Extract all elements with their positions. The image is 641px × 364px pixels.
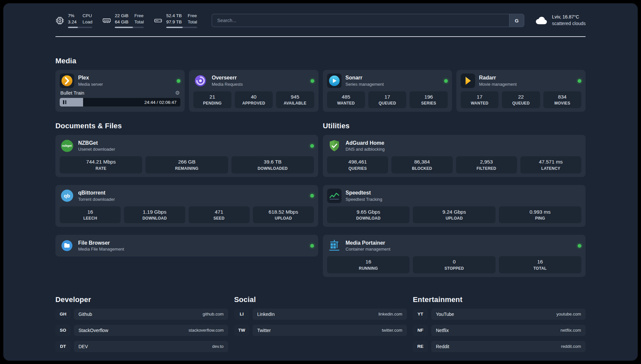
- app-card-adguard[interactable]: AdGuard Home DNS and adblocking 498,461 …: [323, 135, 586, 177]
- stat-tile: 0.993 ms PING: [499, 206, 581, 223]
- cpu-usage-value: 7%: [68, 13, 76, 19]
- app-desc: Usenet downloader: [78, 146, 115, 152]
- status-online-dot: [310, 244, 314, 248]
- cpu-usage-label: CPU: [82, 13, 92, 19]
- stat-label: AVAILABLE: [278, 101, 312, 106]
- stat-value: 22: [504, 94, 538, 100]
- stat-label: APPROVED: [237, 101, 271, 106]
- status-online-dot: [311, 79, 314, 83]
- stat-value: 945: [278, 94, 312, 100]
- ram-free-label: Free: [135, 13, 144, 19]
- stat-label: QUEUED: [370, 101, 404, 106]
- filebrowser-icon: [60, 238, 74, 253]
- bookmark-name: YouTube: [436, 312, 454, 317]
- status-online-dot: [177, 79, 180, 83]
- bookmark-pill[interactable]: Github github.com: [74, 309, 228, 320]
- stat-label: TOTAL: [501, 266, 579, 271]
- app-name: Plex: [78, 74, 103, 81]
- bookmark-pill[interactable]: Twitter twitter.com: [253, 325, 407, 336]
- stat-tile: 945 AVAILABLE: [276, 91, 314, 108]
- dashboard-app: 7% 3.24 CPU Load: [3, 3, 638, 361]
- stat-value: 498,461: [329, 159, 386, 165]
- plex-icon: [60, 74, 74, 88]
- weather-condition: scattered clouds: [552, 20, 586, 27]
- app-desc: Media File Management: [78, 246, 124, 252]
- app-name: File Browser: [78, 239, 124, 247]
- stat-tile: 834 MOVIES: [543, 91, 581, 108]
- bookmark-dev[interactable]: DT DEV dev.to: [55, 341, 228, 352]
- app-card-radarr[interactable]: Radarr Movie management 17 WANTED 22 QUE…: [456, 70, 586, 112]
- bookmark-name: StackOverflow: [78, 328, 108, 333]
- section-title-developer: Developer: [55, 295, 228, 304]
- bookmark-abbr-badge: GH: [55, 309, 71, 320]
- bookmark-pill[interactable]: Netflix netflix.com: [431, 325, 586, 336]
- app-desc: Series management: [346, 81, 384, 87]
- stat-label: STOPPED: [415, 266, 493, 271]
- overseerr-icon: [193, 74, 208, 88]
- playback-progress-bar[interactable]: 24:44 / 02:06:47: [60, 98, 180, 106]
- bookmark-github[interactable]: GH Github github.com: [55, 309, 228, 320]
- bookmark-pill[interactable]: DEV dev.to: [74, 341, 228, 352]
- bookmark-netflix[interactable]: NF Netflix netflix.com: [413, 325, 586, 336]
- top-bar: 7% 3.24 CPU Load: [55, 12, 586, 29]
- stat-value: 0: [415, 258, 493, 265]
- stat-label: LEECH: [62, 216, 119, 221]
- ram-stat-group: 22 GiB 64 GiB Free Total: [102, 13, 144, 28]
- app-card-sonarr[interactable]: Sonarr Series management 485 WANTED 17 Q…: [323, 70, 452, 112]
- app-card-qbittorrent[interactable]: qb qBittorrent Torrent downloader 16 LEE…: [55, 185, 318, 227]
- stat-label: BLOCKED: [393, 166, 450, 171]
- bookmark-group-entertainment: Entertainment YT YouTube youtube.com NF …: [413, 295, 586, 357]
- bookmark-youtube[interactable]: YT YouTube youtube.com: [413, 309, 586, 320]
- bookmark-url: youtube.com: [557, 312, 581, 317]
- pause-icon[interactable]: [63, 100, 66, 104]
- cpu-usage-bar-fill: [68, 27, 78, 28]
- stat-value: 9.65 Gbps: [329, 209, 408, 215]
- stat-tile: 47.571 ms LATENCY: [520, 156, 581, 173]
- app-card-nzbget[interactable]: nzbget NZBGet Usenet downloader 744.21 M…: [55, 135, 318, 177]
- bookmark-name: LinkedIn: [257, 312, 275, 317]
- bookmark-linkedin[interactable]: LI LinkedIn linkedin.com: [234, 309, 407, 320]
- stat-tile: 17 WANTED: [461, 91, 499, 108]
- weather-widget[interactable]: Lviv, 16.87°C scattered clouds: [534, 14, 586, 27]
- disk-free-label: Free: [188, 13, 197, 19]
- app-card-plex[interactable]: Plex Media server Bullet Train ⚙: [55, 70, 185, 112]
- bookmark-stackoverflow[interactable]: SO StackOverflow stackoverflow.com: [55, 325, 228, 336]
- bookmark-url: github.com: [202, 312, 224, 317]
- bookmark-pill[interactable]: StackOverflow stackoverflow.com: [74, 325, 228, 336]
- app-card-portainer[interactable]: Media Portainer Container management 16 …: [323, 235, 586, 277]
- app-card-filebrowser[interactable]: File Browser Media File Management: [55, 235, 318, 257]
- stat-label: PING: [501, 216, 579, 221]
- stat-label: UPLOAD: [415, 216, 493, 221]
- bookmark-abbr-badge: LI: [234, 309, 249, 320]
- ram-total-value: 64 GiB: [115, 19, 128, 25]
- stat-value: 16: [501, 258, 579, 265]
- stat-tile: 0 STOPPED: [413, 256, 495, 273]
- disk-free-value: 52.4 TB: [166, 13, 182, 19]
- radarr-icon: [461, 74, 475, 88]
- bookmark-pill[interactable]: Reddit reddit.com: [431, 341, 586, 352]
- cloud-icon: [534, 16, 548, 25]
- gear-icon[interactable]: ⚙: [175, 90, 180, 96]
- app-desc: Torrent downloader: [78, 197, 115, 202]
- search-input[interactable]: [212, 14, 509, 27]
- app-card-speedtest[interactable]: Speedtest Speedtest Tracking 9.65 Gbps D…: [323, 185, 586, 227]
- bookmark-pill[interactable]: LinkedIn linkedin.com: [253, 309, 407, 320]
- stat-value: 618.52 Mbps: [255, 209, 312, 215]
- app-card-overseerr[interactable]: Overseerr Media Requests 21 PENDING 40 A…: [189, 70, 318, 112]
- stat-tile: 21 PENDING: [193, 91, 231, 108]
- app-name: Media Portainer: [346, 239, 390, 247]
- disk-usage-bar: [166, 27, 197, 28]
- app-desc: Movie management: [479, 81, 517, 87]
- stat-value: 744.21 Mbps: [62, 159, 140, 165]
- cpu-stat-group: 7% 3.24 CPU Load: [55, 13, 92, 28]
- bookmark-group-developer: Developer GH Github github.com SO StackO…: [55, 295, 228, 357]
- bookmark-pill[interactable]: YouTube youtube.com: [431, 309, 586, 320]
- stat-label: LATENCY: [522, 166, 579, 171]
- playback-time: 24:44 / 02:06:47: [144, 100, 181, 105]
- bookmark-twitter[interactable]: TW Twitter twitter.com: [234, 325, 407, 336]
- stat-label: MOVIES: [545, 101, 579, 106]
- now-playing-title: Bullet Train: [60, 90, 84, 96]
- search-engine-button[interactable]: G: [509, 14, 524, 27]
- bookmark-reddit[interactable]: RE Reddit reddit.com: [413, 341, 586, 352]
- stat-value: 86,384: [393, 159, 450, 165]
